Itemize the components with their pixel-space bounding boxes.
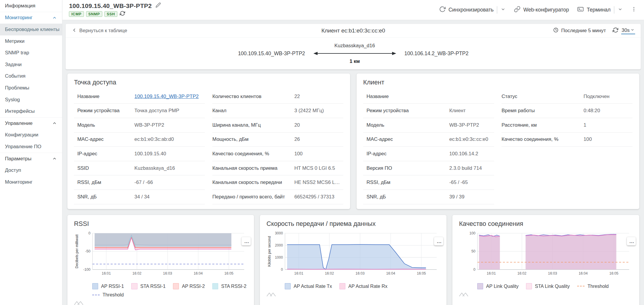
refresh-interval-select[interactable]: 30s — [621, 27, 635, 34]
sync-button[interactable]: Синхронизировать — [439, 6, 494, 14]
info-cell: СтатусПодключен — [501, 89, 632, 104]
badge-list: ICMPSNMPSSH — [69, 11, 117, 17]
sidebar-item-configurations[interactable]: Конфигурации — [0, 129, 62, 141]
field-label: Время работы — [501, 108, 583, 114]
terminal-button[interactable]: Терминал — [577, 6, 611, 14]
protocol-badge-snmp: SNMP — [86, 11, 102, 17]
legend-item[interactable]: STA Link Quality — [526, 283, 570, 289]
info-row: SNR, дБ39 / 39 — [363, 190, 632, 204]
sidebar-item-snmp-trap[interactable]: SNMP trap — [0, 47, 62, 59]
info-cell: IP-адрес100.109.15.40 — [74, 147, 205, 161]
legend-item[interactable]: STA RSSI-2 — [212, 283, 247, 289]
svg-text:16:05: 16:05 — [609, 272, 619, 276]
field-value: 100 — [294, 151, 302, 157]
terminal-dropdown-button[interactable] — [618, 7, 623, 13]
info-cell: Канальная скорость приемаHT MCS 0 LGI 6.… — [212, 161, 343, 176]
sidebar-item-events[interactable]: События — [0, 71, 62, 82]
chart-options-button[interactable]: … — [434, 237, 443, 245]
sidebar-item-syslog[interactable]: Syslog — [0, 94, 62, 106]
sidebar-section-parameters[interactable]: Параметры — [0, 153, 62, 165]
legend-item[interactable]: STA RSSI-1 — [131, 283, 166, 289]
refresh-now-button[interactable] — [613, 27, 619, 35]
sync-dropdown-button[interactable] — [501, 7, 506, 13]
field-value: ec:b1:e0:3c:cc:e0 — [449, 136, 488, 142]
info-cell: Время работы0:48:20 — [501, 104, 632, 118]
device-link[interactable]: 100.109.15.40_WB-3P-PTP2 — [135, 94, 199, 100]
field-label: Модель — [74, 122, 134, 128]
legend-swatch — [92, 295, 100, 295]
svg-text:16:01: 16:01 — [102, 272, 111, 276]
sidebar-item-information[interactable]: Информация — [0, 0, 62, 12]
sidebar: ИнформацияМониторингБеспроводные клиенты… — [0, 0, 62, 305]
ap-device-name: 100.109.15.40_WB-3P-PTP2 — [238, 50, 305, 57]
field-value: WB-3P-PTP2 — [449, 122, 479, 128]
sidebar-item-monitoring-settings[interactable]: Мониторинг — [0, 176, 62, 188]
sidebar-item-firmware-management[interactable]: Управление ПО — [0, 141, 62, 153]
legend-label: Threshold — [588, 283, 609, 289]
client-toolbar: Вернуться к таблице Клиент ec:b1:e0:3c:c… — [66, 24, 641, 38]
sidebar-section-monitoring[interactable]: Мониторинг — [0, 12, 62, 24]
legend-label: AP Actual Rate Rx — [348, 283, 387, 289]
edit-title-button[interactable] — [156, 2, 161, 9]
info-cell: МодельWB-3P-PTP2 — [74, 118, 205, 133]
page-title: 100.109.15.40_WB-3P-PTP2 — [69, 2, 152, 9]
legend-swatch — [173, 283, 179, 289]
field-label: MAC-адрес — [363, 136, 449, 142]
sidebar-item-access[interactable]: Доступ — [0, 164, 62, 176]
sidebar-item-tasks[interactable]: Задачи — [0, 59, 62, 71]
info-cell — [501, 147, 632, 161]
field-label: Количество клиентов — [212, 94, 294, 100]
poll-now-button[interactable] — [120, 11, 125, 17]
chart-options-button[interactable]: … — [627, 237, 636, 245]
legend-item[interactable]: AP RSSI-1 — [92, 283, 124, 289]
field-value: Точка доступа PMP — [135, 108, 179, 114]
legend-item[interactable]: AP RSSI-2 — [173, 283, 205, 289]
legend-item[interactable]: Threshold — [92, 292, 124, 298]
info-cell — [501, 161, 632, 175]
chart-options-button[interactable]: … — [242, 237, 251, 245]
legend-item[interactable]: AP Link Quality — [477, 283, 519, 289]
sync-split-button: Синхронизировать — [439, 6, 506, 14]
chevron-down-icon — [630, 27, 635, 33]
legend-item[interactable]: AP Actual Rate Rx — [339, 283, 387, 289]
info-cell: Режим устройстваКлиент — [363, 104, 494, 118]
field-value: Kuzbasskaya_d16 — [135, 165, 175, 171]
refresh-interval-value: 30s — [622, 27, 630, 33]
info-cell: Мощность, дБм26 — [212, 133, 343, 147]
client-title: Клиент ec:b1:e0:3c:cc:e0 — [321, 27, 385, 34]
legend-item[interactable]: AP Actual Rate Tx — [285, 283, 332, 289]
svg-text:0: 0 — [88, 231, 90, 235]
access-point-card: Точка доступа Название100.109.15.40_WB-3… — [67, 74, 350, 209]
card-title: Точка доступа — [74, 79, 343, 86]
link-arrow — [313, 50, 396, 57]
field-label: Канальная скорость передачи — [212, 180, 294, 185]
sidebar-nav: ИнформацияМониторингБеспроводные клиенты… — [0, 0, 62, 188]
section-label: Управление — [5, 120, 33, 126]
info-row: SNR, дБ34 / 34Передано / принято всего, … — [74, 190, 343, 204]
link-icon — [514, 6, 520, 14]
legend-label: AP RSSI-2 — [182, 283, 205, 289]
sidebar-item-wireless-clients[interactable]: Беспроводные клиенты — [0, 24, 62, 35]
info-cell: Канальная скорость передачиHE NSS2 MCS6 … — [212, 175, 343, 190]
sidebar-item-metrics[interactable]: Метрики — [0, 35, 62, 47]
sidebar-item-problems[interactable]: Проблемы — [0, 82, 62, 94]
link-ssid: Kuzbasskaya_d16 — [334, 43, 375, 49]
main-area: 100.109.15.40_WB-3P-PTP2 ICMPSNMPSSH — [62, 0, 644, 305]
info-row: Режим устройстваКлиентВремя работы0:48:2… — [363, 104, 632, 118]
web-configurator-button[interactable]: Web-конфигуратор — [514, 6, 569, 14]
back-to-table-button[interactable]: Вернуться к таблице — [72, 27, 127, 34]
svg-text:-100: -100 — [83, 268, 91, 272]
time-range-button[interactable]: Последние 5 минут — [553, 27, 606, 35]
field-value: 100.106.14.2 — [449, 151, 478, 157]
sidebar-section-management[interactable]: Управление — [0, 117, 62, 129]
sidebar-item-interfaces[interactable]: Интерфейсы — [0, 105, 62, 117]
svg-text:16:05: 16:05 — [417, 272, 426, 276]
link-diagram: 100.109.15.40_WB-3P-PTP2 Kuzbasskaya_d16… — [66, 38, 641, 69]
chart-legend: AP Link QualitySTA Link QualityThreshold — [477, 283, 632, 289]
svg-text:-50: -50 — [85, 249, 90, 253]
svg-text:Decibels per milliwatt: Decibels per milliwatt — [75, 234, 79, 268]
field-value: ec:b1:e0:3c:ab:d0 — [135, 136, 174, 142]
more-actions-button[interactable] — [631, 6, 637, 14]
legend-item[interactable]: Threshold — [577, 283, 609, 289]
field-label: RSSI, дБм — [74, 180, 134, 185]
